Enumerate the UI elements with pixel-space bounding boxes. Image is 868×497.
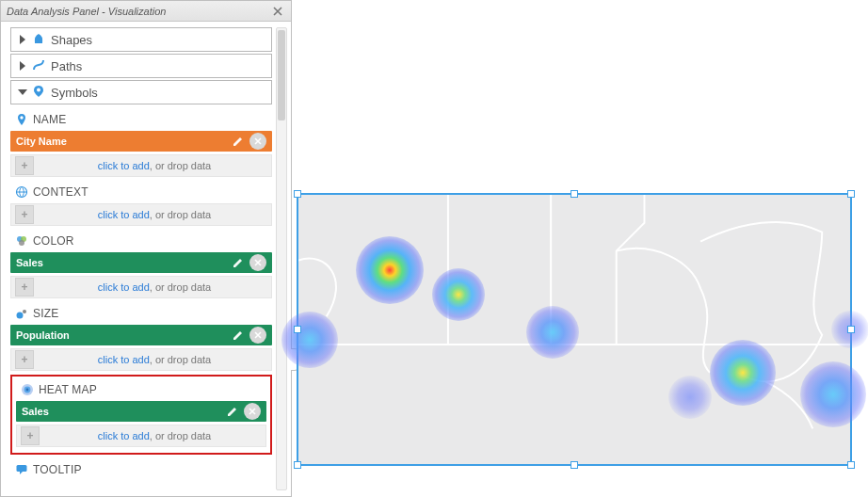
dropzone-size[interactable]: + click to add, or drop data <box>10 348 272 371</box>
accordion-paths[interactable]: Paths <box>10 54 272 78</box>
pencil-icon[interactable] <box>231 255 246 270</box>
click-to-add-link[interactable]: click to add <box>98 281 150 293</box>
chip-city-name[interactable]: City Name <box>10 131 272 152</box>
svg-point-6 <box>17 313 24 319</box>
section-heatmap-highlight: HEAT MAP Sales + click <box>10 375 272 455</box>
heatmap-icon <box>20 382 35 397</box>
svg-point-10 <box>26 389 29 392</box>
pin-icon <box>14 112 29 127</box>
chevron-down-icon <box>17 87 28 98</box>
size-icon <box>14 306 29 321</box>
click-to-add-link[interactable]: click to add <box>98 209 150 220</box>
resize-handle[interactable] <box>571 190 578 198</box>
clear-icon[interactable] <box>244 403 261 420</box>
section-header: SIZE <box>10 304 272 325</box>
dropzone-text: click to add, or drop data <box>38 281 271 293</box>
map-canvas[interactable] <box>297 193 852 466</box>
clear-icon[interactable] <box>249 327 266 344</box>
click-to-add-link[interactable]: click to add <box>98 430 150 441</box>
section-header: NAME <box>10 110 272 131</box>
chip-label: Sales <box>16 257 231 268</box>
globe-icon <box>14 184 29 200</box>
panel-body: Shapes Paths Symbols <box>1 22 291 496</box>
chip-heatmap[interactable]: Sales <box>16 401 266 422</box>
heatmap-hotspot <box>281 312 338 368</box>
scrollbar-thumb[interactable] <box>278 30 285 120</box>
data-analysis-panel: Data Analysis Panel - Visualization Shap… <box>0 0 292 497</box>
section-label: TOOLTIP <box>33 463 82 476</box>
dropzone-context[interactable]: + click to add, or drop data <box>10 203 272 226</box>
section-header: HEAT MAP <box>16 380 266 401</box>
panel-scroll-area: Shapes Paths Symbols <box>10 27 272 496</box>
add-button[interactable]: + <box>15 350 34 369</box>
dropzone-color[interactable]: + click to add, or drop data <box>10 276 272 298</box>
dropzone-text: click to add, or drop data <box>43 430 265 441</box>
add-button[interactable]: + <box>15 156 34 175</box>
click-to-add-link[interactable]: click to add <box>98 354 150 365</box>
add-button[interactable]: + <box>21 426 40 445</box>
resize-handle[interactable] <box>847 326 855 333</box>
path-icon <box>32 58 45 74</box>
scrollbar[interactable] <box>276 27 287 490</box>
dropzone-text: click to add, or drop data <box>38 160 271 171</box>
shape-icon <box>32 32 45 48</box>
chip-size[interactable]: Population <box>10 325 272 345</box>
chevron-right-icon <box>17 34 28 45</box>
section-name: NAME City Name + click to add, or drop d… <box>10 110 272 177</box>
resize-handle[interactable] <box>847 461 855 469</box>
pencil-icon[interactable] <box>231 328 246 343</box>
section-label: COLOR <box>33 234 74 248</box>
heatmap-hotspot <box>710 340 776 406</box>
dropzone-heatmap[interactable]: + click to add, or drop data <box>16 425 266 447</box>
resize-handle[interactable] <box>294 326 301 333</box>
section-label: CONTEXT <box>33 185 88 199</box>
section-context: CONTEXT + click to add, or drop data <box>10 183 272 226</box>
chevron-right-icon <box>17 60 28 72</box>
click-to-add-link[interactable]: click to add <box>98 160 150 171</box>
tooltip-icon <box>14 462 29 477</box>
section-size: SIZE Population + click to add, or drop … <box>10 304 272 371</box>
panel-title: Data Analysis Panel - Visualization <box>7 6 270 17</box>
section-label: HEAT MAP <box>39 383 97 396</box>
accordion-symbols[interactable]: Symbols <box>10 80 272 104</box>
section-tooltip: TOOLTIP <box>10 460 272 481</box>
accordion-label: Paths <box>51 59 82 73</box>
chip-label: City Name <box>16 136 231 147</box>
heatmap-hotspot <box>800 361 866 427</box>
section-header: CONTEXT <box>10 183 272 203</box>
add-button[interactable]: + <box>15 278 34 297</box>
section-label: NAME <box>33 113 66 126</box>
resize-handle[interactable] <box>294 190 301 198</box>
add-button[interactable]: + <box>15 205 34 224</box>
clear-icon[interactable] <box>249 133 266 150</box>
clear-icon[interactable] <box>249 254 266 271</box>
resize-handle[interactable] <box>847 190 855 198</box>
dropzone-text: click to add, or drop data <box>38 354 271 365</box>
heatmap-hotspot <box>432 268 485 321</box>
dropzone-text: click to add, or drop data <box>38 209 271 220</box>
pencil-icon[interactable] <box>231 134 246 149</box>
section-header: TOOLTIP <box>10 460 272 481</box>
color-icon <box>14 233 29 248</box>
section-heatmap: HEAT MAP Sales + click <box>16 380 266 447</box>
heatmap-hotspot <box>668 376 712 419</box>
svg-rect-11 <box>17 465 27 472</box>
close-icon[interactable] <box>270 4 285 19</box>
accordion-label: Symbols <box>51 86 98 100</box>
heatmap-hotspot <box>526 306 579 359</box>
svg-point-7 <box>23 310 26 313</box>
accordion-label: Shapes <box>51 33 92 47</box>
pencil-icon[interactable] <box>225 404 240 419</box>
dropzone-name[interactable]: + click to add, or drop data <box>10 154 272 177</box>
svg-point-5 <box>19 240 24 246</box>
accordion-shapes[interactable]: Shapes <box>10 27 272 52</box>
panel-header[interactable]: Data Analysis Panel - Visualization <box>1 1 291 22</box>
resize-handle[interactable] <box>571 461 578 469</box>
symbol-icon <box>32 85 45 101</box>
section-header: COLOR <box>10 232 272 252</box>
section-color: COLOR Sales + click to add, or drop data <box>10 232 272 298</box>
resize-handle[interactable] <box>294 461 301 469</box>
chip-color[interactable]: Sales <box>10 252 272 273</box>
section-label: SIZE <box>33 307 58 320</box>
chip-label: Population <box>16 329 231 341</box>
